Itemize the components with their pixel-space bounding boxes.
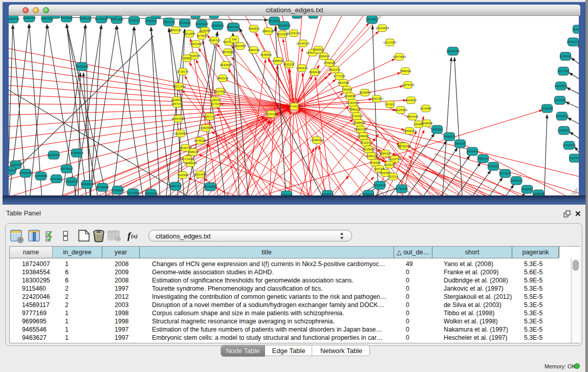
svg-text:7485063: 7485063 [400, 70, 411, 73]
svg-text:1362615: 1362615 [296, 67, 308, 70]
svg-text:3624554: 3624554 [359, 91, 371, 94]
svg-text:12213369: 12213369 [172, 85, 186, 88]
svg-text:11325410: 11325410 [195, 23, 208, 26]
svg-text:9457791: 9457791 [170, 185, 182, 188]
svg-text:19166827: 19166827 [174, 132, 187, 135]
svg-text:12213967: 12213967 [383, 41, 397, 44]
svg-text:2226058: 2226058 [199, 29, 211, 32]
svg-text:1171604: 1171604 [182, 158, 193, 161]
svg-text:7986322: 7986322 [349, 108, 361, 111]
svg-text:16914479: 16914479 [193, 173, 207, 176]
svg-text:10543382: 10543382 [189, 42, 203, 46]
svg-text:546: 546 [232, 38, 237, 41]
svg-text:15716485: 15716485 [204, 185, 217, 188]
svg-text:8678332: 8678332 [194, 139, 206, 142]
svg-text:13356886: 13356886 [34, 174, 48, 178]
svg-text:917006: 917006 [211, 102, 221, 105]
svg-text:39958838: 39958838 [80, 183, 94, 186]
svg-text:11325419: 11325419 [287, 32, 300, 35]
svg-text:10719155: 10719155 [95, 17, 108, 20]
svg-text:18724007: 18724007 [288, 105, 301, 108]
svg-text:8186325: 8186325 [209, 39, 221, 42]
svg-text:16120746: 16120746 [388, 158, 401, 161]
svg-text:1112043: 1112043 [573, 28, 579, 31]
svg-text:10688609: 10688609 [352, 121, 365, 124]
svg-text:14136141: 14136141 [373, 184, 386, 187]
svg-text:9957644: 9957644 [407, 115, 419, 118]
svg-text:16154838: 16154838 [376, 27, 389, 30]
svg-text:8322037: 8322037 [284, 63, 295, 66]
svg-text:15720407: 15720407 [350, 115, 363, 118]
svg-text:46913810: 46913810 [50, 178, 63, 181]
svg-text:19218936: 19218936 [277, 24, 291, 27]
svg-text:2967608: 2967608 [234, 45, 246, 48]
svg-text:7955812: 7955812 [313, 48, 324, 51]
svg-text:9463627: 9463627 [405, 99, 417, 102]
svg-text:7663822: 7663822 [248, 27, 260, 30]
svg-text:20691406: 20691406 [23, 16, 36, 19]
svg-text:2803144: 2803144 [217, 77, 229, 80]
svg-text:10807487: 10807487 [370, 97, 383, 100]
svg-text:9245117: 9245117 [366, 155, 377, 158]
svg-text:9860129: 9860129 [163, 20, 175, 24]
svg-text:15692971: 15692971 [557, 129, 571, 132]
svg-text:7632621: 7632621 [488, 165, 499, 168]
svg-text:8427552: 8427552 [214, 90, 226, 93]
svg-text:19654923: 19654923 [403, 129, 416, 133]
svg-text:2458591: 2458591 [363, 193, 375, 195]
svg-text:1057373: 1057373 [171, 102, 183, 105]
svg-text:746266: 746266 [342, 88, 352, 91]
svg-text:15751074: 15751074 [567, 40, 579, 43]
svg-text:9227343: 9227343 [558, 70, 570, 73]
svg-text:927505: 927505 [197, 34, 206, 37]
svg-text:8990448: 8990448 [309, 71, 321, 74]
svg-text:1733426: 1733426 [396, 187, 408, 190]
svg-text:12823446: 12823446 [144, 192, 158, 195]
svg-text:5875685: 5875685 [222, 51, 234, 54]
svg-text:19384554: 19384554 [310, 139, 324, 142]
svg-text:9146821: 9146821 [260, 53, 272, 56]
svg-text:16046736: 16046736 [179, 146, 192, 149]
svg-text:9699695: 9699695 [421, 122, 433, 125]
svg-text:1615152: 1615152 [384, 163, 396, 166]
svg-text:8813054: 8813054 [269, 19, 280, 23]
svg-text:1533224: 1533224 [281, 193, 293, 195]
svg-text:10025453: 10025453 [394, 108, 407, 112]
svg-text:10648784: 10648784 [446, 50, 460, 53]
svg-text:8958923: 8958923 [444, 135, 455, 138]
svg-text:10973493: 10973493 [393, 55, 406, 58]
svg-text:1527602: 1527602 [61, 16, 73, 19]
svg-text:21364436: 21364436 [346, 101, 359, 104]
svg-text:8078673: 8078673 [322, 193, 334, 195]
svg-text:7857224: 7857224 [228, 26, 240, 29]
svg-text:98965: 98965 [183, 57, 191, 60]
svg-text:6497568: 6497568 [338, 81, 350, 84]
svg-text:8215951: 8215951 [363, 148, 375, 151]
svg-text:24942603: 24942603 [19, 171, 32, 174]
svg-text:8215958: 8215958 [541, 107, 553, 110]
svg-text:9115460: 9115460 [420, 107, 431, 110]
svg-text:8912953: 8912953 [179, 21, 191, 25]
svg-text:83197857: 83197857 [126, 191, 140, 194]
svg-text:16640911: 16640911 [211, 24, 224, 27]
svg-text:17359924: 17359924 [70, 151, 84, 155]
svg-text:20206535: 20206535 [47, 154, 60, 157]
svg-text:9860128: 9860128 [263, 30, 274, 33]
svg-text:252214: 252214 [388, 175, 398, 178]
svg-text:14353594: 14353594 [199, 126, 213, 129]
svg-text:9129906: 9129906 [560, 55, 572, 58]
svg-text:8454749: 8454749 [248, 49, 260, 52]
svg-text:28728463: 28728463 [96, 186, 109, 189]
svg-text:10210643: 10210643 [555, 115, 569, 118]
svg-text:12093822: 12093822 [554, 84, 568, 87]
svg-text:25300203: 25300203 [265, 113, 278, 116]
svg-text:7632680: 7632680 [369, 161, 381, 164]
svg-text:3624554: 3624554 [344, 95, 356, 98]
svg-text:6466160: 6466160 [80, 17, 92, 20]
svg-text:9245652: 9245652 [521, 188, 533, 191]
svg-text:9474444: 9474444 [467, 150, 478, 153]
svg-text:1588520: 1588520 [272, 59, 284, 62]
svg-text:9084067: 9084067 [380, 152, 391, 155]
svg-text:3267130: 3267130 [204, 115, 216, 118]
svg-text:8960123: 8960123 [170, 29, 182, 32]
